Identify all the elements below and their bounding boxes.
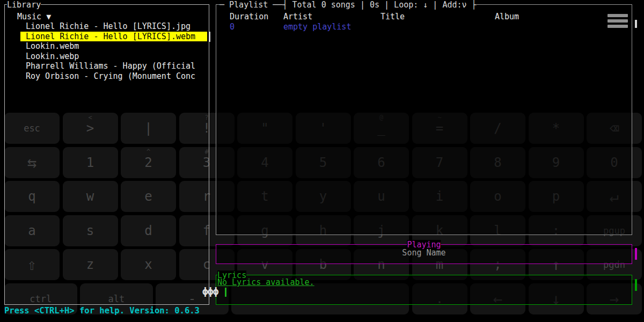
text-cursor (225, 288, 226, 297)
library-scrollbar-thumb[interactable] (209, 32, 210, 42)
folder-label: Music (17, 12, 41, 21)
border-decor: ─ (219, 0, 229, 10)
library-item-selected[interactable]: Lionel Richie - Hello [LYRICS].webm (20, 32, 207, 42)
playlist-row-duration: 0 (230, 22, 235, 32)
column-header-duration: Duration (230, 12, 268, 22)
library-folder-dropdown[interactable]: Music ▼ (17, 12, 51, 22)
playing-scrollbar-thumb[interactable] (635, 248, 637, 260)
status-bar: Press <CTRL+H> for help. Version: 0.6.3 (4, 306, 200, 316)
chevron-down-icon: ▼ (46, 12, 51, 21)
column-header-artist: Artist (283, 12, 312, 22)
song-name: Song Name (216, 248, 632, 258)
library-file-list: Lionel Richie - Hello [LYRICS].jpg Lione… (5, 21, 209, 81)
column-header-album: Album (495, 12, 519, 22)
playlist-title: Playlist (229, 0, 268, 10)
now-playing-panel: Playing Song Name (216, 244, 632, 264)
library-item[interactable]: Lookin.webp (5, 52, 209, 62)
border-decor: ├ (467, 0, 477, 10)
playlist-empty-message: empty playlist (283, 22, 351, 32)
playlist-header: ─ Playlist ──┤ Total 0 songs | 0s | Loop… (219, 0, 477, 10)
library-panel-title: Library (7, 0, 41, 10)
playlist-scrollbar-thumb[interactable] (635, 20, 637, 28)
playlist-stats: Total 0 songs | 0s | Loop: ↓ | Add:ν (292, 0, 466, 10)
app-root: esc<>|?!"'@_~=/*⌫⇆1^2#34567890qwertyuiop… (0, 0, 644, 322)
library-item[interactable]: Roy Orbison - Crying (Monument Conc (5, 71, 209, 82)
library-panel: Library Music ▼ Lionel Richie - Hello [L… (4, 4, 209, 305)
library-item[interactable]: Lionel Richie - Hello [LYRICS].jpg (5, 21, 209, 32)
library-item[interactable]: Lookin.webm (5, 41, 209, 52)
lyrics-message: No Lyrics available. (217, 277, 314, 288)
playlist-panel: ─ Playlist ──┤ Total 0 songs | 0s | Loop… (216, 4, 632, 235)
glitch-glyphs: ϕϕϕ (202, 286, 218, 297)
column-header-title: Title (380, 12, 405, 22)
lyrics-scrollbar-thumb[interactable] (635, 279, 637, 291)
border-decor: ──┤ (268, 0, 292, 10)
library-item[interactable]: Pharrell Williams - Happy (Official (5, 61, 209, 71)
menu-icon[interactable] (608, 11, 628, 31)
lyrics-panel: Lyrics No Lyrics available. (216, 275, 632, 305)
